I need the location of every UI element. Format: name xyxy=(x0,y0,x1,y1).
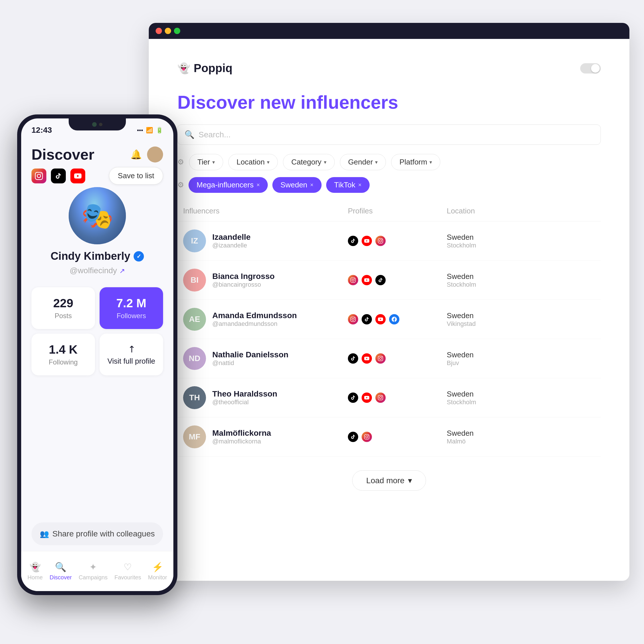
influencer-avatar: IZ xyxy=(183,229,206,252)
location-country: Sweden xyxy=(447,233,529,242)
avatar-art: 🎭 xyxy=(69,187,126,244)
followers-stat-card: 7.2 M Followers xyxy=(100,287,163,329)
influencer-name: Theo Haraldsson xyxy=(212,389,277,399)
save-to-list-button[interactable]: Save to list xyxy=(109,167,163,185)
sweden-tag[interactable]: Sweden × xyxy=(272,177,322,193)
chevron-down-icon: ▾ xyxy=(375,159,378,165)
table-row[interactable]: ND Nathalie Danielsson @nattid Sweden Bj… xyxy=(177,339,601,378)
nav-monitor[interactable]: ⚡ Monitor xyxy=(148,562,167,581)
instagram-icon xyxy=(348,314,358,324)
mega-influencers-tag[interactable]: Mega-influencers × xyxy=(189,177,268,193)
following-stat-card: 1.4 K Following xyxy=(31,334,95,375)
nav-discover[interactable]: 🔍 Discover xyxy=(49,562,72,581)
load-more-container: Load more ▾ xyxy=(177,470,601,491)
external-link-icon: ↗ xyxy=(119,267,125,275)
chevron-down-icon: ▾ xyxy=(267,159,270,165)
table-row[interactable]: MF Malmöflickorna @malmoflickorna Sweden… xyxy=(177,417,601,457)
influencer-name: Malmöflickorna xyxy=(212,429,271,438)
stats-grid: 229 Posts 7.2 M Followers 1.4 K Followin… xyxy=(31,287,163,375)
instagram-icon xyxy=(362,432,372,442)
nav-favourites[interactable]: ♡ Favourites xyxy=(114,562,141,581)
remove-mega-icon[interactable]: × xyxy=(256,182,260,188)
following-label: Following xyxy=(38,358,88,366)
avatar-initials: AE xyxy=(183,308,206,331)
gender-filter-button[interactable]: Gender ▾ xyxy=(340,154,386,170)
tiktok-tag[interactable]: TikTok × xyxy=(326,177,370,193)
tiktok-icon[interactable] xyxy=(51,169,66,183)
platform-filter-button[interactable]: Platform ▾ xyxy=(391,154,440,170)
location-city: Malmö xyxy=(447,438,529,445)
tiktok-icon xyxy=(348,432,358,442)
youtube-icon xyxy=(375,314,386,324)
location-country: Sweden xyxy=(447,429,529,438)
monitor-icon: ⚡ xyxy=(152,562,163,572)
user-avatar[interactable] xyxy=(147,146,163,163)
location-city: Vikingstad xyxy=(447,320,529,328)
tiktok-icon xyxy=(375,275,386,285)
chevron-down-icon: ▾ xyxy=(212,159,215,165)
posts-stat-card: 229 Posts xyxy=(31,287,95,329)
remove-tiktok-icon[interactable]: × xyxy=(358,182,362,188)
influencer-name-block: Amanda Edmundsson @amandaedmundsson xyxy=(212,311,297,328)
load-more-button[interactable]: Load more ▾ xyxy=(352,470,426,491)
influencer-name: Amanda Edmundsson xyxy=(212,311,297,320)
instagram-icon[interactable] xyxy=(31,169,46,183)
nav-campaigns[interactable]: ✦ Campaigns xyxy=(79,562,108,581)
filter-icon: ⚙ xyxy=(177,158,184,167)
chevron-down-icon: ▾ xyxy=(429,159,432,165)
location-country: Sweden xyxy=(447,311,529,320)
influencer-name-block: Nathalie Danielsson @nattid xyxy=(212,350,288,367)
influencer-name-block: Theo Haraldsson @theoofficial xyxy=(212,389,277,406)
influencer-avatar: BI xyxy=(183,269,206,292)
tiktok-icon xyxy=(362,314,372,324)
visit-profile-card[interactable]: ↗ Visit full profile xyxy=(100,334,163,375)
followers-value: 7.2 M xyxy=(106,296,156,310)
following-value: 1.4 K xyxy=(38,343,88,356)
bell-icon[interactable]: 🔔 xyxy=(130,149,142,160)
tier-filter-button[interactable]: Tier ▾ xyxy=(189,154,223,170)
phone-wrapper: 12:43 ▪▪▪ 📶 🔋 Discover 🔔 xyxy=(17,114,177,595)
remove-sweden-icon[interactable]: × xyxy=(310,182,314,188)
location-cell: Sweden Stockholm xyxy=(447,272,529,288)
search-input[interactable]: Search... xyxy=(199,130,594,139)
location-country: Sweden xyxy=(447,272,529,281)
search-icon: 🔍 xyxy=(185,130,195,139)
category-filter-button[interactable]: Category ▾ xyxy=(283,154,335,170)
location-cell: Sweden Stockholm xyxy=(447,233,529,249)
profile-icons xyxy=(348,432,447,442)
youtube-icon xyxy=(362,236,372,246)
table-row[interactable]: AE Amanda Edmundsson @amandaedmundsson S… xyxy=(177,300,601,339)
desktop-window: 👻 Poppiq Discover new influencers 🔍 Sear… xyxy=(149,23,629,581)
location-cell: Sweden Bjuv xyxy=(447,350,529,367)
nav-home[interactable]: 👻 Home xyxy=(27,562,43,581)
location-city: Stockholm xyxy=(447,399,529,406)
phone-frame: 12:43 ▪▪▪ 📶 🔋 Discover 🔔 xyxy=(17,114,177,595)
posts-label: Posts xyxy=(38,312,88,320)
minimize-button[interactable] xyxy=(165,28,171,34)
phone-social-icons xyxy=(31,169,85,183)
location-cell: Sweden Stockholm xyxy=(447,390,529,406)
instagram-icon xyxy=(375,353,386,364)
chevron-down-icon: ▾ xyxy=(324,159,326,165)
posts-value: 229 xyxy=(38,296,88,310)
facebook-icon xyxy=(389,314,399,324)
search-bar[interactable]: 🔍 Search... xyxy=(177,124,601,145)
influencer-info: TH Theo Haraldsson @theoofficial xyxy=(183,386,348,409)
col-location: Location xyxy=(447,207,529,215)
influencer-table: IZ Izaandelle @izaandelle Sweden Stockho… xyxy=(177,221,601,457)
profile-icons xyxy=(348,393,447,403)
youtube-icon[interactable] xyxy=(70,169,85,183)
phone-inner: 12:43 ▪▪▪ 📶 🔋 Discover 🔔 xyxy=(21,118,173,591)
table-row[interactable]: IZ Izaandelle @izaandelle Sweden Stockho… xyxy=(177,221,601,261)
verified-badge: ✓ xyxy=(134,251,144,261)
theme-toggle[interactable] xyxy=(580,63,601,74)
camera-icon xyxy=(92,122,97,127)
close-button[interactable] xyxy=(156,28,162,34)
influencer-name-block: Izaandelle @izaandelle xyxy=(212,233,251,249)
table-row[interactable]: TH Theo Haraldsson @theoofficial Sweden … xyxy=(177,378,601,417)
maximize-button[interactable] xyxy=(174,28,180,34)
share-button[interactable]: 👥 Share profile with colleagues xyxy=(31,522,163,545)
location-filter-button[interactable]: Location ▾ xyxy=(228,154,278,170)
table-row[interactable]: BI Bianca Ingrosso @biancaingrosso Swede… xyxy=(177,261,601,300)
location-cell: Sweden Vikingstad xyxy=(447,311,529,328)
